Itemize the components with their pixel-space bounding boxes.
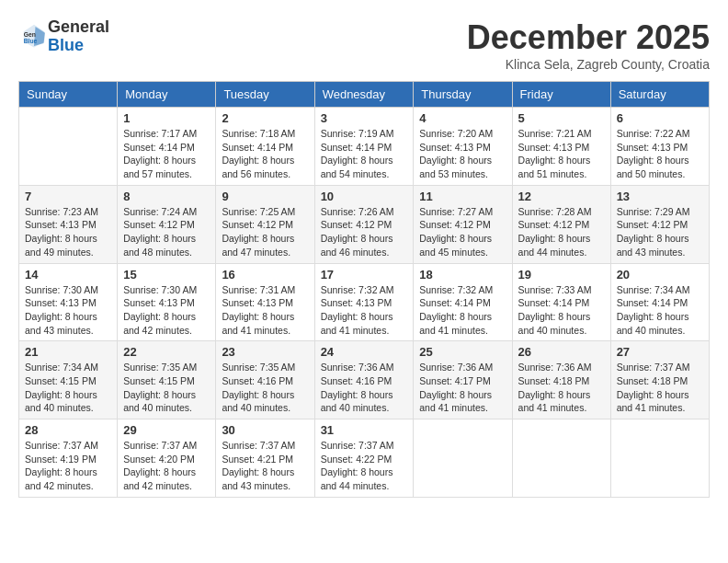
svg-text:Blue: Blue [24, 38, 38, 44]
month-title: December 2025 [467, 18, 710, 57]
calendar-header-wednesday: Wednesday [314, 82, 414, 108]
calendar-cell: 16Sunrise: 7:31 AMSunset: 4:13 PMDayligh… [216, 263, 314, 341]
day-number: 12 [518, 190, 605, 203]
calendar-cell: 14Sunrise: 7:30 AMSunset: 4:13 PMDayligh… [19, 263, 118, 341]
calendar-week-4: 21Sunrise: 7:34 AMSunset: 4:15 PMDayligh… [19, 341, 710, 419]
day-info: Sunrise: 7:36 AMSunset: 4:16 PMDaylight:… [321, 361, 408, 415]
calendar-cell: 12Sunrise: 7:28 AMSunset: 4:12 PMDayligh… [512, 185, 610, 263]
day-number: 4 [419, 111, 506, 125]
svg-text:Gen: Gen [24, 30, 36, 37]
day-info: Sunrise: 7:32 AMSunset: 4:13 PMDaylight:… [321, 283, 408, 338]
day-number: 15 [123, 268, 210, 282]
calendar-cell: 23Sunrise: 7:35 AMSunset: 4:16 PMDayligh… [216, 341, 314, 419]
day-number: 21 [25, 345, 111, 359]
calendar-header-thursday: Thursday [414, 82, 512, 108]
calendar-header-sunday: Sunday [19, 82, 118, 108]
calendar-cell: 6Sunrise: 7:22 AMSunset: 4:13 PMDaylight… [610, 108, 709, 186]
day-number: 20 [617, 268, 703, 282]
calendar-cell: 9Sunrise: 7:25 AMSunset: 4:12 PMDaylight… [216, 185, 314, 263]
day-number: 30 [222, 423, 308, 437]
logo-icon: Gen Blue [20, 21, 48, 49]
calendar-cell: 19Sunrise: 7:33 AMSunset: 4:14 PMDayligh… [512, 263, 610, 341]
day-number: 26 [518, 345, 605, 359]
day-info: Sunrise: 7:37 AMSunset: 4:22 PMDaylight:… [321, 439, 408, 493]
day-number: 2 [222, 111, 308, 125]
day-info: Sunrise: 7:20 AMSunset: 4:13 PMDaylight:… [419, 127, 506, 181]
calendar-header-friday: Friday [512, 82, 610, 108]
day-info: Sunrise: 7:19 AMSunset: 4:14 PMDaylight:… [321, 127, 408, 181]
day-number: 23 [222, 345, 308, 359]
calendar-week-1: 1Sunrise: 7:17 AMSunset: 4:14 PMDaylight… [19, 108, 710, 186]
day-number: 24 [321, 345, 408, 359]
calendar-week-2: 7Sunrise: 7:23 AMSunset: 4:13 PMDaylight… [19, 185, 710, 263]
calendar-cell: 11Sunrise: 7:27 AMSunset: 4:12 PMDayligh… [414, 185, 512, 263]
day-number: 28 [25, 423, 111, 437]
day-number: 9 [222, 190, 308, 203]
day-info: Sunrise: 7:28 AMSunset: 4:12 PMDaylight:… [518, 205, 605, 259]
day-info: Sunrise: 7:31 AMSunset: 4:13 PMDaylight:… [222, 283, 308, 338]
day-info: Sunrise: 7:30 AMSunset: 4:13 PMDaylight:… [123, 283, 210, 338]
day-info: Sunrise: 7:25 AMSunset: 4:12 PMDaylight:… [222, 205, 308, 259]
calendar-cell: 24Sunrise: 7:36 AMSunset: 4:16 PMDayligh… [314, 341, 414, 419]
calendar-cell: 30Sunrise: 7:37 AMSunset: 4:21 PMDayligh… [216, 419, 314, 498]
day-info: Sunrise: 7:17 AMSunset: 4:14 PMDaylight:… [123, 127, 210, 181]
day-number: 7 [25, 190, 111, 203]
day-number: 25 [419, 345, 506, 359]
day-info: Sunrise: 7:26 AMSunset: 4:12 PMDaylight:… [321, 205, 408, 259]
calendar-header-saturday: Saturday [610, 82, 709, 108]
calendar-cell: 29Sunrise: 7:37 AMSunset: 4:20 PMDayligh… [118, 419, 216, 498]
day-number: 5 [518, 111, 605, 125]
day-number: 18 [419, 268, 506, 282]
calendar-cell: 18Sunrise: 7:32 AMSunset: 4:14 PMDayligh… [414, 263, 512, 341]
page-header: Gen Blue General Blue December 2025 Klin… [18, 18, 710, 72]
day-info: Sunrise: 7:36 AMSunset: 4:17 PMDaylight:… [419, 361, 506, 415]
calendar-cell: 13Sunrise: 7:29 AMSunset: 4:12 PMDayligh… [610, 185, 709, 263]
day-number: 19 [518, 268, 605, 282]
day-info: Sunrise: 7:21 AMSunset: 4:13 PMDaylight:… [518, 127, 605, 181]
day-info: Sunrise: 7:35 AMSunset: 4:16 PMDaylight:… [222, 361, 308, 415]
day-info: Sunrise: 7:30 AMSunset: 4:13 PMDaylight:… [25, 283, 111, 338]
calendar-cell: 25Sunrise: 7:36 AMSunset: 4:17 PMDayligh… [414, 341, 512, 419]
day-number: 6 [617, 111, 703, 125]
calendar-cell: 2Sunrise: 7:18 AMSunset: 4:14 PMDaylight… [216, 108, 314, 186]
day-number: 27 [617, 345, 703, 359]
calendar-cell: 20Sunrise: 7:34 AMSunset: 4:14 PMDayligh… [610, 263, 709, 341]
calendar-header-tuesday: Tuesday [216, 82, 314, 108]
day-number: 8 [123, 190, 210, 203]
day-info: Sunrise: 7:27 AMSunset: 4:12 PMDaylight:… [419, 205, 506, 259]
day-info: Sunrise: 7:34 AMSunset: 4:14 PMDaylight:… [617, 283, 703, 338]
calendar-cell [414, 419, 512, 498]
day-number: 13 [617, 190, 703, 203]
day-info: Sunrise: 7:36 AMSunset: 4:18 PMDaylight:… [518, 361, 605, 415]
calendar-cell: 5Sunrise: 7:21 AMSunset: 4:13 PMDaylight… [512, 108, 610, 186]
day-number: 11 [419, 190, 506, 203]
logo-blue: Blue [48, 36, 84, 54]
calendar-cell: 4Sunrise: 7:20 AMSunset: 4:13 PMDaylight… [414, 108, 512, 186]
calendar-cell: 10Sunrise: 7:26 AMSunset: 4:12 PMDayligh… [314, 185, 414, 263]
calendar-cell [19, 108, 118, 186]
calendar-cell: 7Sunrise: 7:23 AMSunset: 4:13 PMDaylight… [19, 185, 118, 263]
day-info: Sunrise: 7:29 AMSunset: 4:12 PMDaylight:… [617, 205, 703, 259]
day-info: Sunrise: 7:34 AMSunset: 4:15 PMDaylight:… [25, 361, 111, 415]
calendar-cell: 26Sunrise: 7:36 AMSunset: 4:18 PMDayligh… [512, 341, 610, 419]
day-number: 31 [321, 423, 408, 437]
day-number: 1 [123, 111, 210, 125]
calendar-cell: 28Sunrise: 7:37 AMSunset: 4:19 PMDayligh… [19, 419, 118, 498]
day-info: Sunrise: 7:37 AMSunset: 4:21 PMDaylight:… [222, 439, 308, 493]
day-info: Sunrise: 7:22 AMSunset: 4:13 PMDaylight:… [617, 127, 703, 181]
day-number: 17 [321, 268, 408, 282]
calendar-cell: 22Sunrise: 7:35 AMSunset: 4:15 PMDayligh… [118, 341, 216, 419]
calendar-cell: 3Sunrise: 7:19 AMSunset: 4:14 PMDaylight… [314, 108, 414, 186]
day-number: 22 [123, 345, 210, 359]
calendar-cell: 27Sunrise: 7:37 AMSunset: 4:18 PMDayligh… [610, 341, 709, 419]
day-info: Sunrise: 7:37 AMSunset: 4:18 PMDaylight:… [617, 361, 703, 415]
day-number: 3 [321, 111, 408, 125]
day-info: Sunrise: 7:37 AMSunset: 4:20 PMDaylight:… [123, 439, 210, 493]
day-info: Sunrise: 7:37 AMSunset: 4:19 PMDaylight:… [25, 439, 111, 493]
calendar-cell: 17Sunrise: 7:32 AMSunset: 4:13 PMDayligh… [314, 263, 414, 341]
calendar-week-5: 28Sunrise: 7:37 AMSunset: 4:19 PMDayligh… [19, 419, 710, 498]
calendar-cell [512, 419, 610, 498]
calendar-header-row: SundayMondayTuesdayWednesdayThursdayFrid… [19, 82, 710, 108]
location-title: Klinca Sela, Zagreb County, Croatia [467, 57, 710, 72]
day-number: 10 [321, 190, 408, 203]
